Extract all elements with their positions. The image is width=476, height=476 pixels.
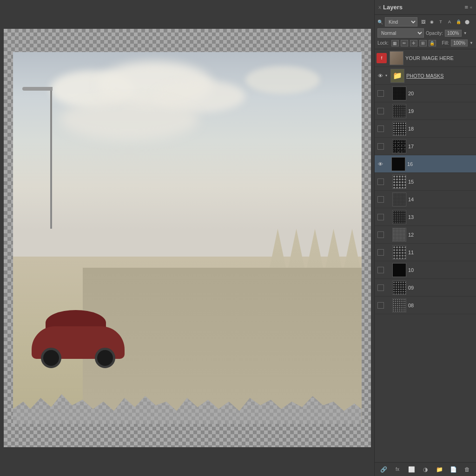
photo-image — [13, 52, 362, 424]
layer-thumbnail-10 — [392, 263, 406, 277]
lock-row: Lock: ▦ ✏ ✛ ⊞ 🔒 Fill: 100% ▼ — [377, 40, 473, 46]
fill-value[interactable]: 100% — [451, 40, 468, 46]
layer-thumbnail-12 — [392, 228, 406, 242]
layer-09[interactable]: 09 — [375, 279, 476, 297]
layers-panel: X Layers ≡ « 🔍 Kind 🖼 ◉ T A 🔒 ⬤ Normal M… — [374, 0, 476, 476]
lock-checkerboard-icon[interactable]: ▦ — [391, 40, 399, 46]
layer-thumbnail-20 — [392, 86, 406, 100]
layer-10[interactable]: 10 — [375, 261, 476, 279]
layer-20[interactable]: 20 — [375, 85, 476, 102]
layer-18[interactable]: 18 — [375, 120, 476, 138]
lock-padlock-icon[interactable]: 🔒 — [429, 40, 436, 46]
visibility-checkbox-14[interactable] — [377, 196, 384, 203]
layer-15[interactable]: 15 — [375, 173, 476, 191]
new-adjustment-icon[interactable]: ◑ — [421, 465, 430, 474]
lock-move-icon[interactable]: ✛ — [410, 40, 417, 46]
layer-thumbnail-08 — [392, 298, 406, 312]
car-wheel-left — [41, 348, 61, 368]
visibility-checkbox-17[interactable] — [377, 143, 384, 150]
visibility-checkbox-08[interactable] — [377, 302, 384, 309]
layer-thumbnail-18 — [392, 122, 406, 136]
visibility-checkbox-09[interactable] — [377, 284, 384, 291]
layer-name-20: 20 — [408, 91, 474, 96]
search-icon: 🔍 — [377, 20, 383, 25]
fx-icon[interactable]: fx — [393, 465, 402, 474]
street-light — [50, 89, 52, 229]
layer-name-12: 12 — [408, 232, 474, 238]
layer-08[interactable]: 08 — [375, 297, 476, 314]
layer-19[interactable]: 19 — [375, 102, 476, 120]
opacity-dropdown-icon[interactable]: ▼ — [463, 31, 467, 35]
dot-filter-icon[interactable]: ⬤ — [463, 18, 471, 26]
visibility-checkbox-12[interactable] — [377, 231, 384, 238]
layer-name-09: 09 — [408, 285, 474, 291]
lock-filter-icon[interactable]: 🔒 — [455, 18, 462, 26]
blend-mode-select[interactable]: Normal Multiply Screen Overlay — [377, 28, 424, 38]
canvas-area — [0, 0, 374, 476]
visibility-checkbox-13[interactable] — [377, 214, 384, 220]
eye-icon-16[interactable]: 👁 — [377, 160, 384, 168]
expand-arrow-photo-masks[interactable]: ▾ — [384, 73, 389, 78]
layers-list[interactable]: f YOUR IMAGE HERE 👁 ▾ 📁 PHOTO MASKS 20 — [375, 49, 476, 462]
delete-layer-icon[interactable]: 🗑 — [463, 465, 471, 474]
kind-row: 🔍 Kind 🖼 ◉ T A 🔒 ⬤ — [377, 17, 473, 26]
car-wheel-right — [95, 348, 115, 368]
layer-name-15: 15 — [408, 179, 474, 185]
visibility-checkbox-20[interactable] — [377, 90, 384, 97]
layer-11[interactable]: 11 — [375, 244, 476, 261]
image-filter-icon[interactable]: 🖼 — [419, 18, 427, 26]
layer-name-19: 19 — [408, 108, 474, 114]
layer-name-17: 17 — [408, 144, 474, 149]
eye-icon-photo-masks[interactable]: 👁 — [377, 72, 384, 79]
fill-dropdown-icon[interactable]: ▼ — [469, 41, 473, 45]
layer-name-photo-masks: PHOTO MASKS — [406, 73, 474, 79]
fill-label: Fill: — [442, 40, 450, 46]
layer-thumbnail-image — [390, 51, 403, 65]
kind-select[interactable]: Kind — [385, 17, 417, 26]
layer-name-10: 10 — [408, 267, 474, 273]
layer-name-13: 13 — [408, 214, 474, 220]
layer-16[interactable]: 👁 16 — [375, 155, 476, 173]
panel-controls: 🔍 Kind 🖼 ◉ T A 🔒 ⬤ Normal Multiply Scree… — [375, 15, 476, 49]
text-filter-icon[interactable]: T — [437, 18, 444, 26]
shape-filter-icon[interactable]: A — [446, 18, 453, 26]
layer-thumbnail-15 — [392, 175, 406, 189]
visibility-checkbox-10[interactable] — [377, 267, 384, 273]
car-shape — [32, 312, 125, 368]
opacity-value[interactable]: 100% — [445, 30, 462, 37]
layer-your-image-here[interactable]: f YOUR IMAGE HERE — [375, 49, 476, 67]
lock-brush-icon[interactable]: ✏ — [401, 40, 408, 46]
layer-14[interactable]: 14 — [375, 191, 476, 208]
visibility-checkbox-18[interactable] — [377, 126, 384, 132]
visibility-checkbox-19[interactable] — [377, 108, 384, 114]
link-layers-icon[interactable]: 🔗 — [379, 465, 388, 474]
layer-name-08: 08 — [408, 303, 474, 308]
visibility-checkbox-11[interactable] — [377, 249, 384, 256]
layer-thumbnail-14 — [392, 192, 406, 206]
layer-thumbnail-16 — [391, 157, 405, 171]
layer-thumbnail-19 — [392, 104, 406, 118]
panel-menu-icon[interactable]: ≡ — [464, 4, 468, 11]
new-group-icon[interactable]: 📁 — [435, 465, 443, 474]
panel-bottom-toolbar: 🔗 fx ⬜ ◑ 📁 📄 🗑 — [375, 462, 476, 476]
panel-x-close[interactable]: X — [378, 5, 381, 10]
panel-title: Layers — [383, 4, 403, 11]
add-mask-icon[interactable]: ⬜ — [407, 465, 416, 474]
lock-transform-icon[interactable]: ⊞ — [419, 40, 427, 46]
new-layer-icon[interactable]: 📄 — [449, 465, 457, 474]
layer-photo-masks-group[interactable]: 👁 ▾ 📁 PHOTO MASKS — [375, 67, 476, 85]
layer-name-your-image: YOUR IMAGE HERE — [405, 55, 474, 61]
panel-collapse-arrows[interactable]: « — [470, 5, 472, 10]
layer-thumbnail-13 — [392, 210, 406, 224]
layer-12[interactable]: 12 — [375, 226, 476, 244]
layer-17[interactable]: 17 — [375, 138, 476, 155]
layer-13[interactable]: 13 — [375, 208, 476, 226]
layer-name-16: 16 — [407, 161, 474, 167]
red-indicator: f — [377, 53, 387, 63]
circle-filter-icon[interactable]: ◉ — [428, 18, 436, 26]
layer-thumbnail-folder: 📁 — [390, 69, 404, 83]
layer-name-14: 14 — [408, 197, 474, 202]
panel-header: X Layers ≡ « — [375, 0, 476, 15]
visibility-checkbox-15[interactable] — [377, 178, 384, 185]
layer-thumbnail-11 — [392, 245, 406, 259]
